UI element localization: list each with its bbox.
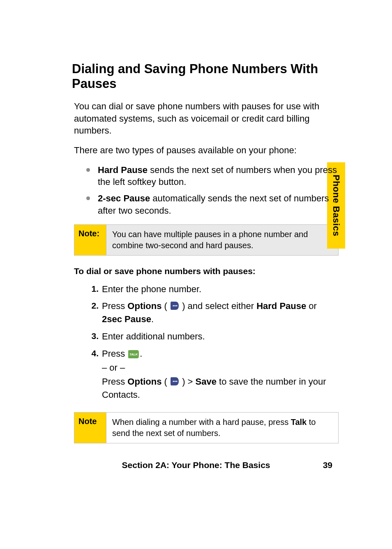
step-4-or: – or – (102, 361, 339, 374)
step-2-or: or (306, 301, 317, 311)
svg-point-6 (176, 381, 177, 382)
pause-types-list: Hard Pause sends the next set of numbers… (86, 164, 339, 217)
footer-page-number: 39 (323, 460, 332, 470)
note-content-1: You can have multiple pauses in a phone … (106, 225, 338, 255)
step-4: Press TALK. – or – Press Options ( ) > S… (86, 347, 339, 401)
page: Phone Basics Dialing and Saving Phone Nu… (0, 0, 392, 549)
softkey-icon-2 (170, 376, 180, 386)
step-2-2sec-pause: 2sec Pause (102, 314, 151, 324)
bullet-hard-pause: Hard Pause sends the next set of numbers… (86, 164, 339, 188)
svg-text:TALK: TALK (129, 353, 138, 356)
step-2-hard-pause: Hard Pause (256, 301, 306, 311)
step-2: Press Options ( ) and select either Hard… (86, 300, 339, 326)
step-2-paren-open: ( (161, 301, 170, 311)
note-box-1: Note: You can have multiple pauses in a … (74, 224, 339, 256)
step-1: Enter the phone number. (86, 283, 339, 296)
note-label-1: Note: (74, 225, 106, 255)
svg-point-2 (176, 305, 177, 307)
note-2-talk: Talk (291, 418, 307, 427)
note-2-pre: When dialing a number with a hard pause,… (112, 418, 291, 427)
step-4-paren-open: ( (161, 376, 170, 387)
step-2-period: . (151, 314, 154, 324)
step-4-press2: Press (102, 376, 127, 387)
bullet-2sec-pause: 2-sec Pause automatically sends the next… (86, 192, 339, 217)
step-2-options: Options (127, 301, 161, 311)
svg-point-0 (173, 305, 174, 307)
note-box-2: Note When dialing a number with a hard p… (74, 412, 339, 443)
intro-paragraph-2: There are two types of pauses available … (74, 144, 339, 157)
step-3: Enter additional numbers. (86, 330, 339, 343)
step-4-paren-close: ) > (180, 376, 196, 387)
step-4-save: Save (196, 376, 217, 387)
svg-point-5 (174, 381, 175, 382)
bullet-2sec-pause-lead: 2-sec Pause (98, 193, 150, 203)
page-footer: Section 2A: Your Phone: The Basics 39 (0, 460, 392, 470)
step-2-paren-close: ) and select either (180, 301, 256, 311)
procedure-subhead: To dial or save phone numbers with pause… (74, 266, 339, 276)
talk-key-icon: TALK (127, 349, 140, 359)
steps-list: Enter the phone number. Press Options ( … (86, 283, 339, 401)
step-2-press: Press (102, 301, 127, 311)
intro-paragraph-1: You can dial or save phone numbers with … (74, 100, 339, 137)
page-heading: Dialing and Saving Phone Numbers With Pa… (72, 62, 339, 91)
note-content-2: When dialing a number with a hard pause,… (106, 413, 338, 443)
note-label-2: Note (74, 413, 106, 443)
step-4-period: . (140, 348, 142, 359)
svg-point-4 (173, 381, 174, 382)
footer-section: Section 2A: Your Phone: The Basics (122, 460, 270, 470)
bullet-hard-pause-lead: Hard Pause (98, 165, 148, 175)
softkey-icon (170, 301, 180, 311)
step-4-press: Press (102, 348, 127, 359)
step-4-options: Options (127, 376, 161, 387)
svg-point-1 (174, 305, 175, 307)
